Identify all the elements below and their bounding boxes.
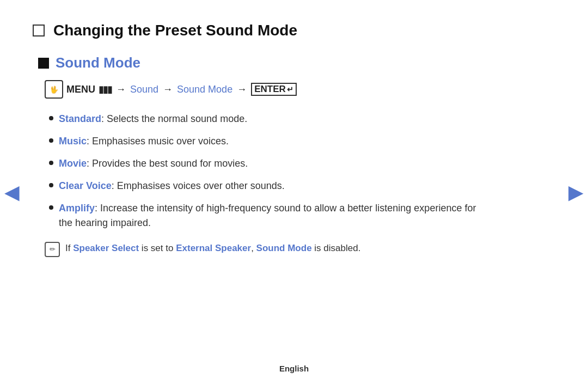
checkbox-icon xyxy=(33,25,45,36)
arrow2: → xyxy=(163,84,173,95)
note-external-speaker: External Speaker xyxy=(176,243,251,253)
arrow1: → xyxy=(116,84,126,95)
note-suffix: is disabled. xyxy=(312,243,361,253)
list-item: Clear Voice: Emphasises voices over othe… xyxy=(49,179,490,193)
item-text: Movie: Provides the best sound for movie… xyxy=(59,156,248,171)
page-container: Changing the Preset Sound Mode Sound Mod… xyxy=(0,0,534,279)
bullet-dot xyxy=(49,183,53,187)
bullet-list: Standard: Selects the normal sound mode.… xyxy=(49,112,490,230)
enter-button: ENTER↵ xyxy=(251,83,297,96)
item-label: Amplify xyxy=(59,203,95,214)
item-desc: : Increase the intensity of high-frequen… xyxy=(59,203,476,228)
list-item: Amplify: Increase the intensity of high-… xyxy=(49,201,490,230)
section-header: Sound Mode xyxy=(38,54,490,71)
nav-left-arrow[interactable]: ◀ xyxy=(4,181,20,204)
item-text: Standard: Selects the normal sound mode. xyxy=(59,112,247,126)
list-item: Movie: Provides the best sound for movie… xyxy=(49,156,490,171)
item-text: Clear Voice: Emphasises voices over othe… xyxy=(59,179,285,193)
enter-label: ENTER xyxy=(254,84,286,95)
bullet-dot xyxy=(49,205,53,210)
note-icon: ✏ xyxy=(45,242,60,257)
bullet-dot xyxy=(49,116,53,120)
note-sound-mode: Sound Mode xyxy=(256,243,312,253)
item-desc: : Selects the normal sound mode. xyxy=(101,113,247,124)
section: Sound Mode 🖖 MENU ▮▮▮ → Sound → Sound Mo… xyxy=(38,54,490,257)
list-item: Music: Emphasises music over voices. xyxy=(49,134,490,149)
main-title-text: Changing the Preset Sound Mode xyxy=(53,22,297,39)
note-comma: , xyxy=(251,243,254,253)
note-speaker-select: Speaker Select xyxy=(73,243,139,253)
arrow3: → xyxy=(237,84,247,95)
note-prefix: If xyxy=(65,243,73,253)
menu-sound: Sound xyxy=(130,84,158,95)
menu-sound-mode: Sound Mode xyxy=(177,84,232,95)
item-desc: : Emphasises music over voices. xyxy=(87,136,229,147)
note-middle: is set to xyxy=(139,243,176,253)
nav-right-arrow[interactable]: ▶ xyxy=(568,181,584,204)
item-desc: : Provides the best sound for movies. xyxy=(87,158,248,169)
item-label: Clear Voice xyxy=(59,180,112,191)
menu-label: MENU xyxy=(66,84,95,95)
item-desc: : Emphasises voices over other sounds. xyxy=(112,180,285,191)
note-text: If Speaker Select is set to External Spe… xyxy=(65,241,360,255)
item-label: Standard xyxy=(59,113,101,124)
section-title: Sound Mode xyxy=(56,54,140,71)
item-text: Music: Emphasises music over voices. xyxy=(59,134,229,149)
menu-bars: ▮▮▮ xyxy=(99,84,112,95)
item-label: Movie xyxy=(59,158,87,169)
note-row: ✏ If Speaker Select is set to External S… xyxy=(45,241,490,257)
page-footer: English xyxy=(279,364,309,373)
item-text: Amplify: Increase the intensity of high-… xyxy=(59,201,490,230)
item-label: Music xyxy=(59,136,87,147)
list-item: Standard: Selects the normal sound mode. xyxy=(49,112,490,126)
menu-icon: 🖖 xyxy=(45,80,63,99)
menu-path-row: 🖖 MENU ▮▮▮ → Sound → Sound Mode → ENTER↵ xyxy=(45,80,490,99)
black-square-icon xyxy=(38,58,49,69)
enter-arrow-icon: ↵ xyxy=(287,85,293,94)
bullet-dot xyxy=(49,161,53,165)
main-title-row: Changing the Preset Sound Mode xyxy=(33,22,490,39)
bullet-dot xyxy=(49,138,53,143)
